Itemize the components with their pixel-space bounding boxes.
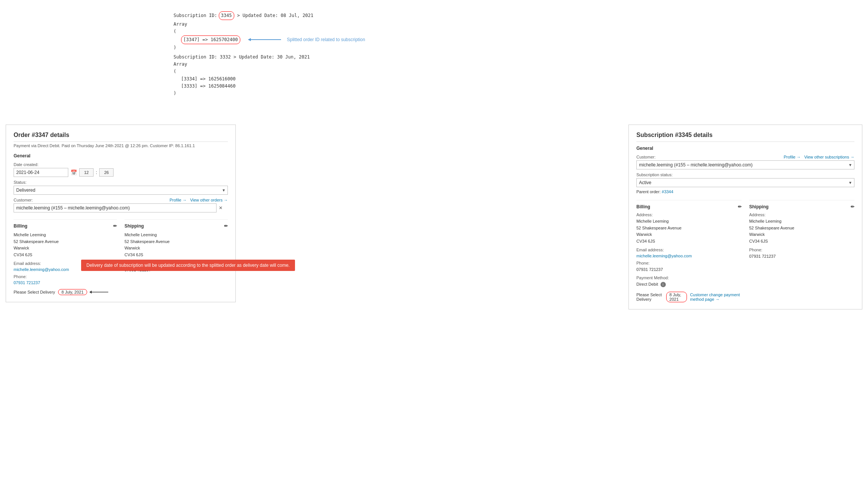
order-panel-title: Order #3347 details [14,132,228,142]
order-customer-links: Profile → View other orders → [170,198,228,202]
order-shipping-header: Shipping ✏ [124,219,228,229]
sub-billing-phone: 07931 721237 [636,266,742,273]
sub2-label: Subscription ID: 3332 > Updated Date: 30… [174,54,365,61]
sub-delivery-label: Please Select Delivery [636,292,663,302]
order-billing-phone-label: Phone: [14,274,117,279]
sub-status-wrapper: Active [636,178,854,187]
sub1-date: > Updated Date: 08 Jul, 2021 [237,12,313,19]
array1-open: ( [174,28,365,35]
sub-billing-name: Michelle Leeming [636,218,742,225]
svg-marker-1 [248,38,251,41]
order-date-row: 📅 : [14,168,228,177]
array1-entry-circled: [3347] => 1625702400 [181,35,240,44]
order-billing-shipping: Billing ✏ Michelle Leeming 52 Shakespear… [14,215,228,285]
order-customer-label: Customer: [14,198,33,202]
order-billing-col: Billing ✏ Michelle Leeming 52 Shakespear… [14,215,117,285]
minute-input[interactable] [99,168,114,177]
order-shipping-col: Shipping ✏ Michelle Leeming 52 Shakespea… [124,215,228,285]
sub-customer-links: Profile → View other subscriptions → [784,155,854,159]
order-panel: Order #3347 details Payment via Direct D… [6,125,236,302]
sub-status-select[interactable]: Active [636,178,854,187]
sub-profile-link[interactable]: Profile → [784,155,800,159]
sub-shipping-col: Shipping ✏ Address: Michelle Leeming 52 … [749,195,854,302]
annotation-text: Splitted order ID related to subscriptio… [287,36,365,43]
sub-billing-street: 52 Shakespeare Avenue [636,225,742,232]
order-profile-link[interactable]: Profile → [170,198,187,202]
order-shipping-street: 52 Shakespeare Avenue [124,238,228,245]
sub-billing-email[interactable]: michelle.leeming@yahoo.com [636,254,692,258]
order-customer-input[interactable] [14,203,217,212]
sub-billing-payment-label: Payment Method: [636,275,742,280]
order-shipping-postcode: CV34 6JS [124,252,228,259]
order-status-select[interactable]: Delivered [14,186,228,195]
order-billing-city: Warwick [14,245,117,252]
sub-shipping-phone: 07931 721237 [749,253,854,260]
sub-shipping-city: Warwick [749,231,854,238]
order-billing-edit-icon[interactable]: ✏ [113,223,117,229]
sub-billing-address-label: Address: [636,212,742,217]
order-status-wrapper: Delivered [14,186,228,195]
time-separator: : [96,170,97,175]
sub-shipping-address: Michelle Leeming 52 Shakespeare Avenue W… [749,218,854,245]
sub-customer-label: Customer: [636,155,656,159]
sub-billing-edit-icon[interactable]: ✏ [738,204,742,209]
sub-customer-select[interactable]: michelle.leeming (#155 – michelle.leemin… [636,160,854,169]
sub-customer-header: Customer: Profile → View other subscript… [636,155,854,159]
order-status-label: Status: [14,180,228,185]
order-billing-name: Michelle Leeming [14,232,117,238]
sub-shipping-phone-label: Phone: [749,248,854,252]
sub-parent-order-label: Parent order: [636,189,661,194]
order-billing-street: 52 Shakespeare Avenue [14,238,117,245]
subscription-panel: Subscription #3345 details General Custo… [628,125,862,309]
sub-shipping-label: Shipping [749,204,768,209]
order-billing-header: Billing ✏ [14,219,117,229]
hour-input[interactable] [79,168,94,177]
payment-info-icon[interactable]: i [661,282,666,287]
order-shipping-label: Shipping [124,223,144,229]
order-delivery-label: Please Select Delivery [14,290,55,294]
sub-customer-wrapper: michelle.leeming (#155 – michelle.leemin… [636,160,854,169]
sub-change-payment-link[interactable]: Customer change payment method page → [690,292,742,302]
order-shipping-edit-icon[interactable]: ✏ [224,223,228,229]
array2-close: ) [174,90,365,97]
sub-billing-city: Warwick [636,231,742,238]
sub-shipping-header: Shipping ✏ [749,200,854,209]
array1-label: Array [174,21,365,28]
order-billing-label: Billing [14,223,28,229]
sub-shipping-name: Michelle Leeming [749,218,854,225]
order-date-input[interactable] [14,168,68,177]
sub-billing-header: Billing ✏ [636,200,742,209]
sub-billing-label: Billing [636,204,650,209]
sub-view-subs-link[interactable]: View other subscriptions → [804,155,854,159]
array2-open: ( [174,68,365,75]
order-shipping-address: Michelle Leeming 52 Shakespeare Avenue W… [124,232,228,258]
sub-parent-order: Parent order: #3344 [636,189,854,194]
order-billing-postcode: CV34 6JS [14,252,117,259]
sub-parent-order-link[interactable]: #3344 [662,189,673,194]
sub-delivery-date-circled: 8 July, 2021 [666,292,687,302]
array2-entry2: [3333] => 1625084460 [181,83,365,90]
panel-container: Order #3347 details Payment via Direct D… [6,125,862,309]
svg-marker-3 [89,291,92,294]
order-billing-phone[interactable]: 07931 721237 [14,280,40,285]
sub-billing-address: Michelle Leeming 52 Shakespeare Avenue W… [636,218,742,245]
order-customer-close-icon[interactable]: ✕ [219,205,223,211]
order-shipping-city: Warwick [124,245,228,252]
sub-delivery-row: Please Select Delivery 8 July, 2021 Cust… [636,292,742,302]
order-panel-subtitle: Payment via Direct Debit. Paid on Thursd… [14,143,228,148]
order-delivery-date-circled: 8 July, 2021 [58,289,87,295]
order-view-orders-link[interactable]: View other orders → [190,198,228,202]
sub-shipping-edit-icon[interactable]: ✏ [851,204,854,209]
order-delivery-row: Please Select Delivery 8 July, 2021 [14,289,228,295]
subscription-panel-title: Subscription #3345 details [636,132,854,142]
order-date-label: Date created: [14,162,228,167]
order-billing-email[interactable]: michelle.leeming@yahoo.com [14,267,69,272]
order-billing-address: Michelle Leeming 52 Shakespeare Avenue W… [14,232,117,258]
sub-general-label: General [636,146,854,151]
sub-billing-postcode: CV34 6JS [636,238,742,245]
sub-billing-col: Billing ✏ Address: Michelle Leeming 52 S… [636,195,742,302]
calendar-icon[interactable]: 📅 [71,169,77,175]
order-shipping-name: Michelle Leeming [124,232,228,238]
sub-shipping-postcode: CV34 6JS [749,238,854,245]
sub-shipping-address-label: Address: [749,212,854,217]
